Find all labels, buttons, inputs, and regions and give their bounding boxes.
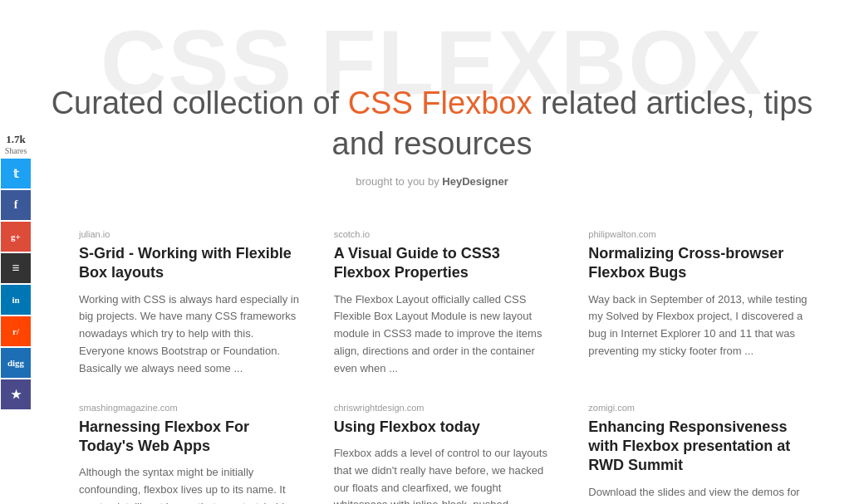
article-excerpt-5: Flexbox adds a level of control to our l…	[334, 445, 556, 504]
hero-brand: HeyDesigner	[442, 175, 508, 188]
hero-subtitle: brought to you by HeyDesigner	[50, 175, 814, 188]
article-excerpt-6: Download the slides and view the demos f…	[588, 484, 810, 504]
article-card-5: chriswrightdesign.com Using Flexbox toda…	[334, 403, 556, 504]
reddit-icon: r/	[12, 326, 19, 336]
article-excerpt-1: Working with CSS is always hard especial…	[79, 291, 301, 378]
article-excerpt-4: Although the syntax might be initially c…	[79, 464, 301, 504]
buffer-share-button[interactable]: ≡	[1, 253, 31, 283]
article-excerpt-2: The Flexbox Layout officially called CSS…	[334, 291, 556, 378]
article-title-7[interactable]: Enhancing Responsiveness with Flexbox pr…	[588, 418, 810, 476]
article-card-6: zomigi.com Enhancing Responsiveness with…	[588, 403, 810, 504]
reddit-share-button[interactable]: r/	[1, 316, 31, 346]
share-count: 1.7k Shares	[5, 133, 27, 155]
article-source-1: julian.io	[79, 229, 301, 239]
article-source-4: smashingmagazine.com	[79, 403, 301, 413]
article-card-3: philipwalton.com Normalizing Cross-brows…	[588, 229, 810, 378]
bookmark-share-button[interactable]: ★	[1, 379, 31, 409]
article-title-4[interactable]: Harnessing Flexbox For Today's Web Apps	[79, 418, 301, 457]
hero-title-highlight: CSS Flexbox	[348, 86, 533, 120]
article-source-2: scotch.io	[334, 229, 556, 239]
share-number: 1.7k	[5, 133, 27, 146]
twitter-icon: 𝕥	[13, 167, 19, 181]
article-title-3[interactable]: Normalizing Cross-browser Flexbox Bugs	[588, 244, 810, 283]
linkedin-icon: in	[12, 295, 19, 305]
article-excerpt-3: Way back in September of 2013, while tes…	[588, 291, 810, 360]
main-content: julian.io S-Grid - Working with Flexible…	[37, 229, 827, 504]
facebook-icon: f	[14, 198, 18, 212]
hero-title: Curated collection of CSS Flexbox relate…	[50, 83, 814, 165]
article-card-1: julian.io S-Grid - Working with Flexible…	[79, 229, 301, 378]
article-title-1[interactable]: S-Grid - Working with Flexible Box layou…	[79, 244, 301, 283]
article-source-3: philipwalton.com	[588, 229, 810, 239]
article-title-5[interactable]: Using Flexbox today	[334, 418, 556, 437]
digg-icon: digg	[7, 358, 24, 368]
twitter-share-button[interactable]: 𝕥	[1, 159, 31, 188]
share-label: Shares	[5, 146, 27, 155]
article-source-6: zomigi.com	[588, 403, 810, 413]
facebook-share-button[interactable]: f	[1, 190, 31, 220]
gplus-icon: g+	[11, 232, 21, 242]
article-card-2: scotch.io A Visual Guide to CSS3 Flexbox…	[334, 229, 556, 378]
hero-content: Curated collection of CSS Flexbox relate…	[0, 83, 864, 188]
gplus-share-button[interactable]: g+	[1, 222, 31, 252]
linkedin-share-button[interactable]: in	[1, 285, 31, 315]
hero-subtitle-text: brought to you by	[356, 175, 442, 188]
buffer-icon: ≡	[12, 261, 19, 276]
article-source-5: chriswrightdesign.com	[334, 403, 556, 413]
article-card-4: smashingmagazine.com Harnessing Flexbox …	[79, 403, 301, 504]
article-title-2[interactable]: A Visual Guide to CSS3 Flexbox Propertie…	[334, 244, 556, 283]
articles-grid: julian.io S-Grid - Working with Flexible…	[79, 229, 810, 504]
digg-share-button[interactable]: digg	[1, 348, 31, 378]
bookmark-icon: ★	[11, 388, 22, 402]
social-sidebar: 1.7k Shares 𝕥 f g+ ≡ in r/ digg ★	[0, 133, 32, 411]
hero-section: CSS FLEXBOX Curated collection of CSS Fl…	[0, 0, 864, 213]
hero-title-part1: Curated collection of	[52, 86, 348, 120]
